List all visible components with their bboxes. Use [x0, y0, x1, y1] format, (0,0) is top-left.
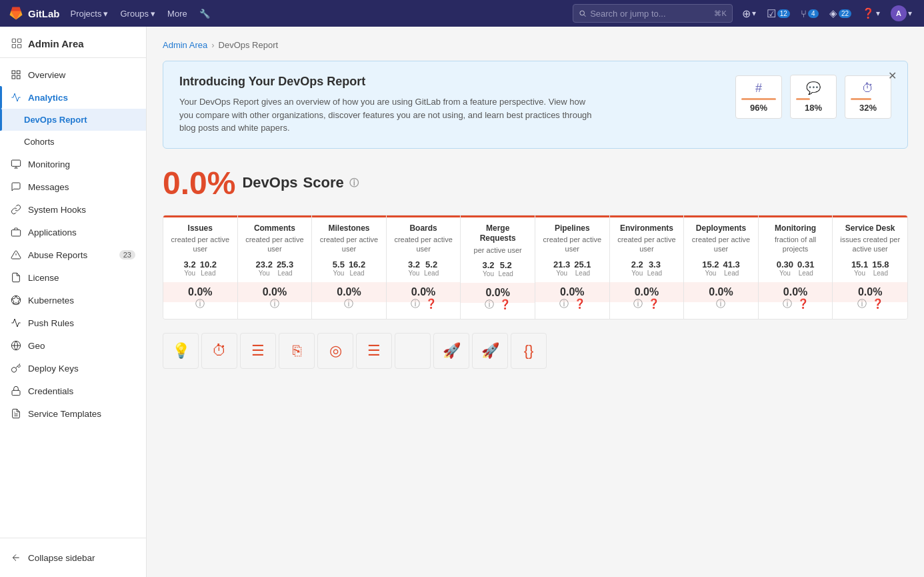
banner-text: Introducing Your DevOps Report Your DevO…: [179, 75, 593, 135]
metric-card-1: Comments created per active user 23.2 Yo…: [238, 215, 313, 319]
metric-subtitle-0: created per active user: [170, 235, 231, 254]
search-box[interactable]: ⌘K: [573, 4, 733, 23]
metric-you-0: 3.2 You: [184, 259, 196, 277]
metric-info-icon-2[interactable]: ⓘ: [344, 298, 353, 310]
icon-tile-icon-1: ⏱: [212, 342, 227, 360]
sidebar-item-license[interactable]: License: [0, 266, 146, 289]
user-menu[interactable]: A ▾: [887, 3, 916, 24]
sidebar-navigation: Overview Analytics DevOps Report Cohorts…: [0, 58, 146, 538]
icon-tiles: 💡⏱☰⎘◎☰🚀🚀{}: [163, 333, 908, 369]
new-item-button[interactable]: ⊕▾: [738, 5, 760, 23]
metric-title-7: Deployments: [691, 223, 751, 234]
merge-requests-button[interactable]: ⑂4: [797, 5, 823, 22]
topnav-nav: Projects ▾ Groups ▾ More 🔧: [65, 6, 215, 21]
nav-more[interactable]: More: [162, 6, 193, 21]
sidebar-item-devops-report[interactable]: DevOps Report: [0, 109, 146, 131]
sidebar-item-kubernetes[interactable]: Kubernetes: [0, 289, 146, 312]
sidebar-item-system-hooks[interactable]: System Hooks: [0, 198, 146, 221]
metric-card-3: Boards created per active user 3.2 You 5…: [387, 215, 461, 319]
collapse-sidebar-label: Collapse sidebar: [28, 553, 95, 563]
sidebar-item-geo[interactable]: Geo: [0, 334, 146, 357]
sidebar-item-messages[interactable]: Messages: [0, 175, 146, 198]
metric-info-icon-0[interactable]: ⓘ: [195, 298, 205, 310]
metric-help-icon-3[interactable]: ❓: [425, 298, 437, 310]
sidebar-item-applications[interactable]: Applications: [0, 221, 146, 243]
nav-projects[interactable]: Projects ▾: [65, 6, 114, 21]
sidebar-item-service-templates-label: Service Templates: [28, 409, 101, 419]
metric-values-9: 15.1 You 15.8 Lead: [839, 259, 901, 277]
sidebar-item-abuse-reports[interactable]: Abuse Reports 23: [0, 243, 146, 266]
metric-lead-8: 0.31 Lead: [797, 259, 814, 277]
search-input[interactable]: [590, 9, 710, 19]
todo-button[interactable]: ☑12: [763, 5, 794, 23]
banner-card-icon-2: ⏱: [851, 81, 885, 95]
gitlab-logo[interactable]: GitLab: [8, 5, 60, 21]
issues-button[interactable]: ◈22: [825, 5, 855, 22]
metric-info-icon-4[interactable]: ⓘ: [485, 299, 494, 311]
sidebar-item-deploy-keys[interactable]: Deploy Keys: [0, 357, 146, 380]
metric-help-icon-5[interactable]: ❓: [574, 298, 585, 310]
icon-tile-4[interactable]: ⎘: [279, 333, 315, 369]
metric-card-8: Monitoring fraction of all projects 0.30…: [759, 215, 833, 319]
metric-subtitle-4: per active user: [467, 245, 528, 255]
collapse-sidebar-button[interactable]: Collapse sidebar: [11, 546, 135, 569]
banner-close-button[interactable]: ✕: [888, 69, 897, 82]
metric-info-icon-5[interactable]: ⓘ: [559, 298, 569, 310]
metric-info-icon-3[interactable]: ⓘ: [411, 298, 420, 310]
metric-icons-4: ⓘ ❓: [467, 299, 528, 311]
score-help-icon[interactable]: ⓘ: [349, 177, 359, 189]
icon-tile-12[interactable]: {}: [511, 333, 547, 369]
banner-card-pct-2: 32%: [851, 103, 885, 113]
metric-lead-3: 5.2 Lead: [424, 259, 439, 277]
icon-tile-icon-5: ◎: [329, 342, 342, 360]
metric-you-6: 2.2 You: [631, 259, 643, 277]
svg-rect-4: [12, 45, 15, 48]
sidebar-item-credentials[interactable]: Credentials: [0, 380, 146, 402]
metric-help-icon-8[interactable]: ❓: [797, 298, 809, 310]
gitlab-wordmark: GitLab: [28, 8, 60, 19]
metric-info-icon-7[interactable]: ⓘ: [716, 298, 725, 310]
metric-info-icon-6[interactable]: ⓘ: [633, 298, 643, 310]
sidebar-item-analytics-label: Analytics: [28, 93, 68, 103]
sidebar-item-service-templates[interactable]: Service Templates: [0, 402, 146, 425]
nav-groups[interactable]: Groups ▾: [115, 6, 161, 21]
banner-body: Your DevOps Report gives an overview of …: [179, 95, 593, 135]
metric-you-9: 15.1 You: [851, 259, 868, 277]
sidebar-item-monitoring[interactable]: Monitoring: [0, 153, 146, 175]
sidebar-item-cohorts[interactable]: Cohorts: [0, 131, 146, 153]
svg-point-0: [580, 11, 585, 15]
sidebar-item-push-rules[interactable]: Push Rules: [0, 312, 146, 334]
metric-info-icon-9[interactable]: ⓘ: [857, 298, 867, 310]
nav-wrench[interactable]: 🔧: [194, 6, 215, 21]
icon-tile-1[interactable]: ⏱: [201, 333, 237, 369]
metric-subtitle-6: created per active user: [617, 235, 677, 254]
icon-tile-7[interactable]: [395, 333, 431, 369]
icon-tile-10[interactable]: 🚀: [472, 333, 508, 369]
icon-tile-3[interactable]: ☰: [240, 333, 276, 369]
page-layout: Admin Area Overview Analytics DevOps Rep…: [0, 27, 924, 577]
metric-info-icon-1[interactable]: ⓘ: [270, 298, 279, 310]
metric-icons-9: ⓘ ❓: [839, 298, 901, 310]
help-button[interactable]: ❓▾: [858, 5, 884, 22]
metric-subtitle-9: issues created per active user: [839, 235, 901, 254]
icon-tile-5[interactable]: ◎: [317, 333, 353, 369]
sidebar-item-deploy-keys-label: Deploy Keys: [28, 364, 79, 374]
metric-help-icon-9[interactable]: ❓: [872, 298, 883, 310]
metric-help-icon-6[interactable]: ❓: [648, 298, 659, 310]
metric-you-3: 3.2 You: [408, 259, 420, 277]
breadcrumb-admin[interactable]: Admin Area: [163, 40, 207, 50]
metric-you-1: 23.2 You: [256, 259, 273, 277]
icon-tile-6[interactable]: ☰: [356, 333, 392, 369]
sidebar-item-overview[interactable]: Overview: [0, 63, 146, 86]
metric-help-icon-4[interactable]: ❓: [499, 299, 511, 311]
icon-tile-icon-3: ☰: [251, 342, 265, 360]
info-banner: Introducing Your DevOps Report Your DevO…: [163, 61, 908, 149]
sidebar-item-analytics[interactable]: Analytics: [0, 86, 146, 109]
devops-score-label: DevOps Score ⓘ: [242, 174, 358, 191]
metric-info-icon-8[interactable]: ⓘ: [783, 298, 792, 310]
icon-tile-9[interactable]: 🚀: [433, 333, 469, 369]
metric-lead-2: 16.2 Lead: [349, 259, 365, 277]
sidebar-item-monitoring-label: Monitoring: [28, 159, 70, 169]
icon-tile-0[interactable]: 💡: [163, 333, 199, 369]
metric-card-9: Service Desk issues created per active u…: [833, 215, 907, 319]
